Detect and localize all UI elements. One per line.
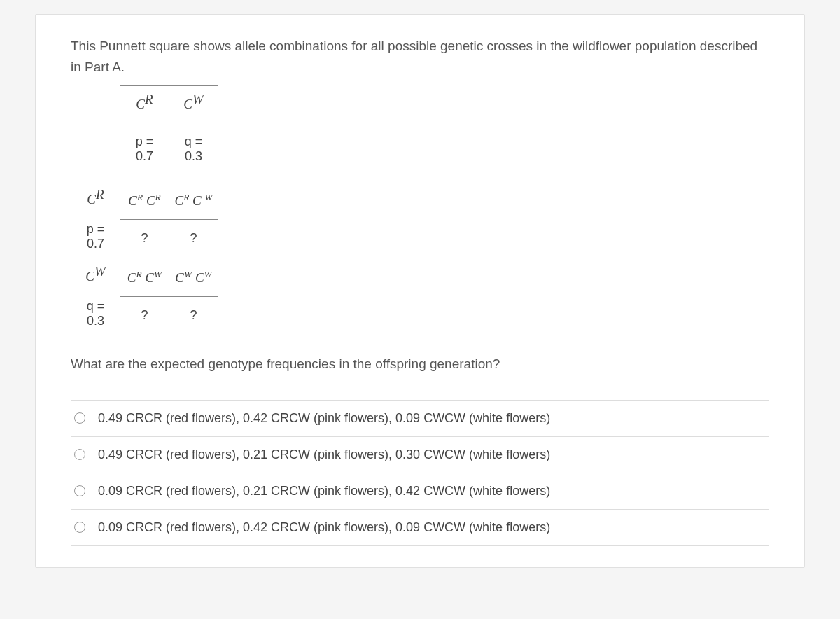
- col1-allele-header: CR: [120, 85, 169, 118]
- cell-r1c1-val: ?: [120, 219, 169, 258]
- cell-r2c1-val: ?: [120, 296, 169, 335]
- option-label: 0.49 CRCR (red flowers), 0.42 CRCW (pink…: [98, 411, 550, 426]
- row2-header: CW q = 0.3: [71, 258, 120, 335]
- option-label: 0.09 CRCR (red flowers), 0.42 CRCW (pink…: [98, 520, 550, 535]
- option-label: 0.09 CRCR (red flowers), 0.21 CRCW (pink…: [98, 484, 550, 499]
- option-2[interactable]: 0.49 CRCR (red flowers), 0.21 CRCW (pink…: [71, 436, 769, 473]
- cell-r2c2-geno: CW CW: [169, 258, 218, 296]
- cell-r1c2-val: ?: [169, 219, 218, 258]
- row1-header: CR p = 0.7: [71, 181, 120, 258]
- col2-allele-header: CW: [169, 85, 218, 118]
- spacer-cell: [71, 118, 120, 181]
- cell-r1c2-geno: CR C W: [169, 181, 218, 219]
- radio-icon: [74, 522, 85, 533]
- punnett-square: CR CW p = 0.7 q = 0.3 CR p = 0.7: [71, 85, 218, 335]
- question-card: This Punnett square shows allele combina…: [35, 14, 805, 568]
- option-3[interactable]: 0.09 CRCR (red flowers), 0.21 CRCW (pink…: [71, 473, 769, 509]
- cell-r2c1-geno: CR CW: [120, 258, 169, 296]
- option-4[interactable]: 0.09 CRCR (red flowers), 0.42 CRCW (pink…: [71, 509, 769, 546]
- intro-text: This Punnett square shows allele combina…: [71, 36, 769, 78]
- radio-icon: [74, 485, 85, 496]
- col1-freq: p = 0.7: [120, 118, 169, 181]
- col2-freq: q = 0.3: [169, 118, 218, 181]
- question-prompt: What are the expected genotype frequenci…: [71, 356, 769, 372]
- cell-r2c2-val: ?: [169, 296, 218, 335]
- spacer-cell: [71, 85, 120, 118]
- options-list: 0.49 CRCR (red flowers), 0.42 CRCW (pink…: [71, 400, 769, 546]
- radio-icon: [74, 412, 85, 424]
- option-1[interactable]: 0.49 CRCR (red flowers), 0.42 CRCW (pink…: [71, 400, 769, 436]
- cell-r1c1-geno: CR CR: [120, 181, 169, 219]
- option-label: 0.49 CRCR (red flowers), 0.21 CRCW (pink…: [98, 447, 550, 462]
- radio-icon: [74, 449, 85, 460]
